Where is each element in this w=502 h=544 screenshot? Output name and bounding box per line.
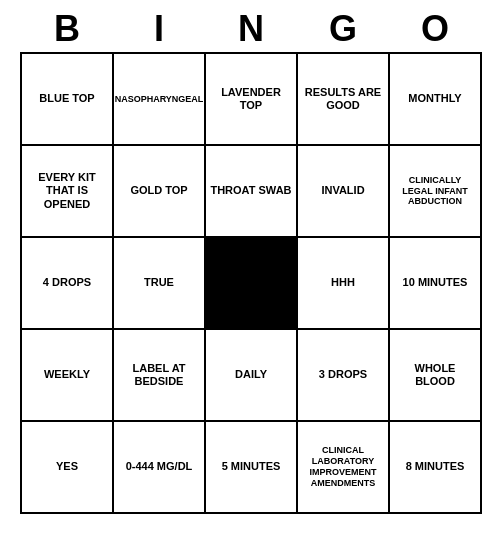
bingo-cell-3-4: WHOLE BLOOD: [390, 330, 482, 422]
bingo-cell-1-1: GOLD TOP: [114, 146, 206, 238]
bingo-cell-0-4: MONTHLY: [390, 54, 482, 146]
bingo-cell-1-3: INVALID: [298, 146, 390, 238]
bingo-cell-2-2: [206, 238, 298, 330]
bingo-cell-4-4: 8 MINUTES: [390, 422, 482, 514]
header-letter-n: N: [205, 8, 297, 50]
bingo-cell-2-3: HHH: [298, 238, 390, 330]
bingo-cell-1-2: THROAT SWAB: [206, 146, 298, 238]
header-letter-g: G: [297, 8, 389, 50]
header-letter-b: B: [21, 8, 113, 50]
bingo-cell-3-0: WEEKLY: [22, 330, 114, 422]
bingo-cell-0-2: LAVENDER TOP: [206, 54, 298, 146]
bingo-cell-3-2: DAILY: [206, 330, 298, 422]
bingo-cell-0-1: NASOPHARYNGEAL: [114, 54, 206, 146]
bingo-cell-4-3: CLINICAL LABORATORY IMPROVEMENT AMENDMEN…: [298, 422, 390, 514]
bingo-cell-0-3: RESULTS ARE GOOD: [298, 54, 390, 146]
bingo-header: BINGO: [21, 8, 481, 50]
bingo-grid: BLUE TOPNASOPHARYNGEALLAVENDER TOPRESULT…: [20, 52, 482, 514]
bingo-cell-4-2: 5 MINUTES: [206, 422, 298, 514]
bingo-cell-4-1: 0-444 MG/DL: [114, 422, 206, 514]
bingo-cell-2-0: 4 DROPS: [22, 238, 114, 330]
bingo-cell-3-3: 3 DROPS: [298, 330, 390, 422]
header-letter-o: O: [389, 8, 481, 50]
bingo-cell-3-1: LABEL AT BEDSIDE: [114, 330, 206, 422]
bingo-cell-2-4: 10 MINUTES: [390, 238, 482, 330]
bingo-cell-1-4: CLINICALLY LEGAL INFANT ABDUCTION: [390, 146, 482, 238]
header-letter-i: I: [113, 8, 205, 50]
bingo-cell-2-1: TRUE: [114, 238, 206, 330]
bingo-cell-4-0: YES: [22, 422, 114, 514]
bingo-cell-1-0: EVERY KIT THAT IS OPENED: [22, 146, 114, 238]
bingo-cell-0-0: BLUE TOP: [22, 54, 114, 146]
